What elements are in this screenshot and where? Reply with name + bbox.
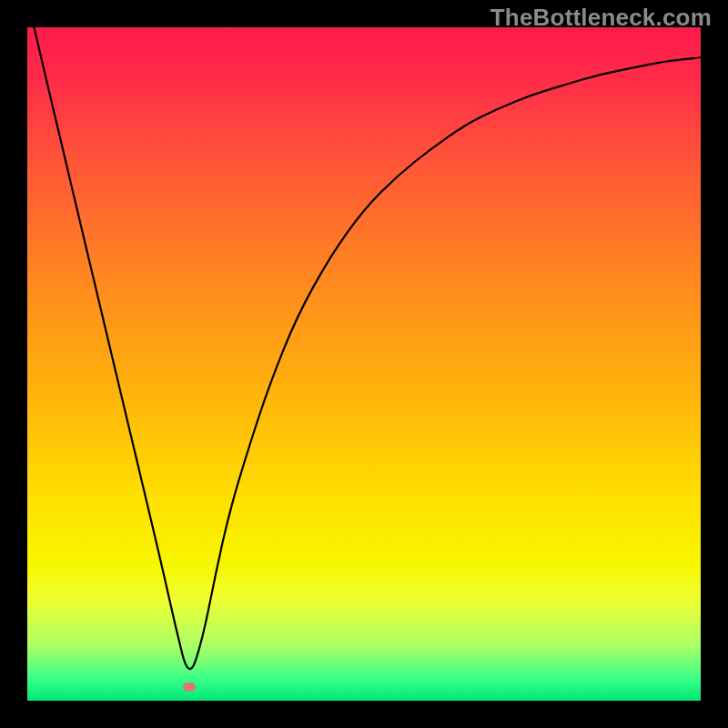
chart-frame: TheBottleneck.com	[0, 0, 728, 728]
optimum-marker	[183, 682, 196, 692]
bottleneck-curve	[34, 27, 701, 669]
curve-layer	[27, 27, 701, 701]
plot-area	[27, 27, 701, 701]
